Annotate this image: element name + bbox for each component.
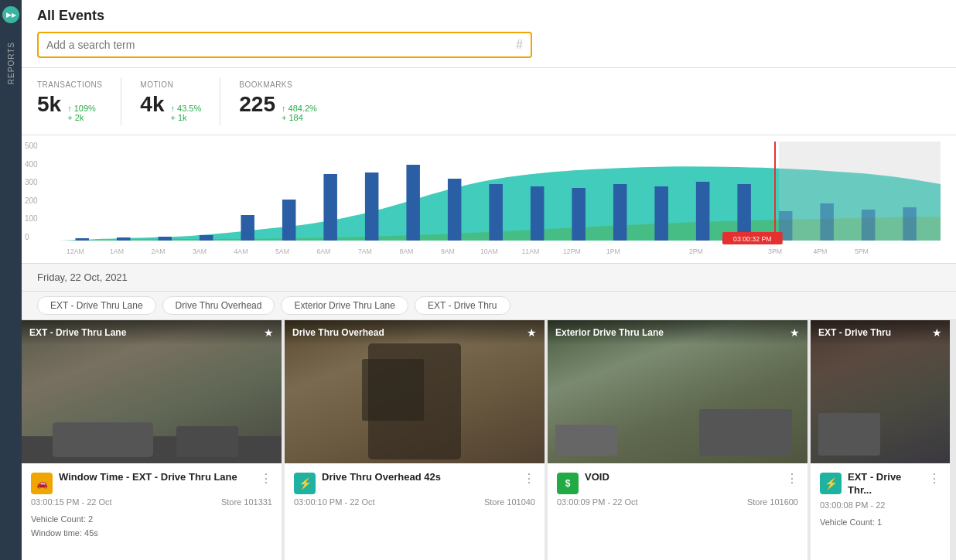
y-label-500: 500 <box>25 142 54 150</box>
camera-tab-1[interactable]: Drive Thru Overhead <box>162 296 275 315</box>
search-bar: # <box>37 32 532 58</box>
stat-bookmarks-abs: + 184 <box>282 113 317 122</box>
video-thumbnail-1[interactable]: Drive Thru Overhead ★ <box>285 320 545 463</box>
video-star-3[interactable]: ★ <box>932 326 942 339</box>
svg-text:1AM: 1AM <box>110 248 124 255</box>
event-menu-2[interactable]: ⋮ <box>786 471 798 486</box>
event-menu-3[interactable]: ⋮ <box>928 471 941 486</box>
stat-bookmarks-value: 225 <box>239 92 275 117</box>
sidebar-reports-label: REPORTS <box>7 42 15 84</box>
event-store-1: Store 101040 <box>484 497 535 507</box>
event-icon-0: 🚗 <box>31 473 53 494</box>
event-time-3: 03:00:08 PM - 22 <box>820 500 885 510</box>
svg-text:6AM: 6AM <box>316 248 330 255</box>
video-thumbnail-2[interactable]: Exterior Drive Thru Lane ★ <box>548 320 807 463</box>
svg-rect-9 <box>448 179 462 241</box>
camera-tabs: EXT - Drive Thru Lane Drive Thru Overhea… <box>22 292 956 320</box>
stat-bookmarks: BOOKMARKS 225 ↑ 484.2% + 184 <box>239 77 336 125</box>
svg-text:4AM: 4AM <box>234 248 248 255</box>
svg-text:8AM: 8AM <box>399 248 413 255</box>
y-label-100: 100 <box>25 214 54 223</box>
svg-rect-2 <box>158 237 172 241</box>
stat-motion-label: MOTION <box>140 80 201 89</box>
expand-icon: ▶ <box>6 11 12 19</box>
video-title-overlay-0: EXT - Drive Thru Lane ★ <box>22 320 282 345</box>
svg-text:5PM: 5PM <box>855 248 869 255</box>
stat-transactions-change: ↑ 109% + 2k <box>67 104 96 122</box>
stat-bookmarks-pct: ↑ 484.2% <box>282 104 317 113</box>
video-thumbnail-0[interactable]: EXT - Drive Thru Lane ★ <box>22 320 282 463</box>
event-detail1-3: Vehicle Count: 1 <box>820 516 941 530</box>
svg-rect-3 <box>200 235 213 241</box>
stat-motion-abs: + 1k <box>171 113 202 122</box>
sidebar-toggle[interactable]: ▶ <box>2 6 19 23</box>
event-menu-1[interactable]: ⋮ <box>523 471 535 486</box>
svg-text:3AM: 3AM <box>193 248 207 255</box>
stat-transactions: TRANSACTIONS 5k ↑ 109% + 2k <box>37 77 121 125</box>
camera-tab-2[interactable]: Exterior Drive Thru Lane <box>281 296 408 315</box>
svg-rect-21 <box>903 207 917 241</box>
video-card-0: EXT - Drive Thru Lane ★ 🚗 Window Time - … <box>22 320 285 560</box>
event-title-0: Window Time - EXT - Drive Thru Lane <box>59 471 254 484</box>
search-input[interactable] <box>46 39 516 51</box>
svg-text:12AM: 12AM <box>67 248 84 255</box>
event-icon-1: ⚡ <box>294 473 316 494</box>
svg-text:03:00:32 PM: 03:00:32 PM <box>733 235 772 243</box>
svg-rect-5 <box>282 200 296 241</box>
stat-transactions-value: 5k <box>37 92 61 117</box>
svg-rect-4 <box>241 215 254 241</box>
event-detail1-0: Vehicle Count: 2 <box>31 513 272 527</box>
svg-rect-6 <box>323 174 337 241</box>
event-details-3: Vehicle Count: 1 <box>820 516 941 530</box>
event-meta-1: 03:00:10 PM - 22 Oct Store 101040 <box>294 497 535 507</box>
video-title-text-1: Drive Thru Overhead <box>292 327 384 338</box>
event-icon-2: $ <box>557 473 579 494</box>
video-info-1: ⚡ Drive Thru Overhead 42s ⋮ 03:00:10 PM … <box>285 463 545 560</box>
event-meta-2: 03:00:09 PM - 22 Oct Store 101600 <box>557 497 798 507</box>
stat-motion: MOTION 4k ↑ 43.5% + 1k <box>140 77 220 125</box>
chart-area: 500 400 300 200 100 0 <box>22 135 956 263</box>
svg-text:10AM: 10AM <box>480 248 498 255</box>
y-label-200: 200 <box>25 196 54 205</box>
svg-text:9AM: 9AM <box>441 248 455 255</box>
event-details-0: Vehicle Count: 2 Window time: 45s <box>31 513 272 540</box>
svg-text:7AM: 7AM <box>358 248 372 255</box>
video-card-2: Exterior Drive Thru Lane ★ $ VOID ⋮ 03:0… <box>548 320 811 560</box>
video-star-2[interactable]: ★ <box>790 326 800 339</box>
svg-text:2PM: 2PM <box>689 248 703 255</box>
video-star-0[interactable]: ★ <box>264 326 274 339</box>
stat-transactions-pct: ↑ 109% <box>67 104 96 113</box>
event-title-2: VOID <box>585 471 780 484</box>
event-meta-3: 03:00:08 PM - 22 <box>820 500 941 510</box>
camera-tab-3[interactable]: EXT - Drive Thru <box>415 296 510 315</box>
event-meta-0: 03:00:15 PM - 22 Oct Store 101331 <box>31 497 272 507</box>
svg-rect-20 <box>862 210 876 241</box>
stat-transactions-label: TRANSACTIONS <box>37 80 102 89</box>
video-title-overlay-2: Exterior Drive Thru Lane ★ <box>548 320 807 345</box>
svg-rect-19 <box>820 203 834 241</box>
video-info-2: $ VOID ⋮ 03:00:09 PM - 22 Oct Store 1016… <box>548 463 807 560</box>
event-menu-0[interactable]: ⋮ <box>260 471 272 486</box>
date-text: Friday, 22 Oct, 2021 <box>37 271 128 283</box>
page-title: All Events <box>37 8 941 24</box>
stats-bar: TRANSACTIONS 5k ↑ 109% + 2k MOTION 4k ↑ … <box>22 68 956 135</box>
video-card-3: EXT - Drive Thru ★ ⚡ EXT - Drive Thr... … <box>811 320 950 560</box>
svg-text:1PM: 1PM <box>606 248 620 255</box>
svg-rect-12 <box>572 188 586 241</box>
svg-rect-15 <box>696 182 710 241</box>
svg-text:4PM: 4PM <box>813 248 827 255</box>
sidebar: ▶ REPORTS <box>0 0 22 560</box>
video-star-1[interactable]: ★ <box>527 326 537 339</box>
event-icon-3: ⚡ <box>820 473 842 494</box>
video-thumbnail-3[interactable]: EXT - Drive Thru ★ <box>811 320 950 463</box>
event-title-1: Drive Thru Overhead 42s <box>322 471 517 484</box>
camera-tab-0[interactable]: EXT - Drive Thru Lane <box>37 296 156 315</box>
stat-motion-value: 4k <box>140 92 164 117</box>
svg-rect-8 <box>406 165 420 241</box>
search-hash-icon: # <box>516 38 523 52</box>
svg-text:12PM: 12PM <box>563 248 581 255</box>
event-time-0: 03:00:15 PM - 22 Oct <box>31 497 112 507</box>
video-grid: EXT - Drive Thru Lane ★ 🚗 Window Time - … <box>22 320 956 560</box>
event-detail2-0: Window time: 45s <box>31 527 272 541</box>
svg-rect-7 <box>365 172 379 241</box>
